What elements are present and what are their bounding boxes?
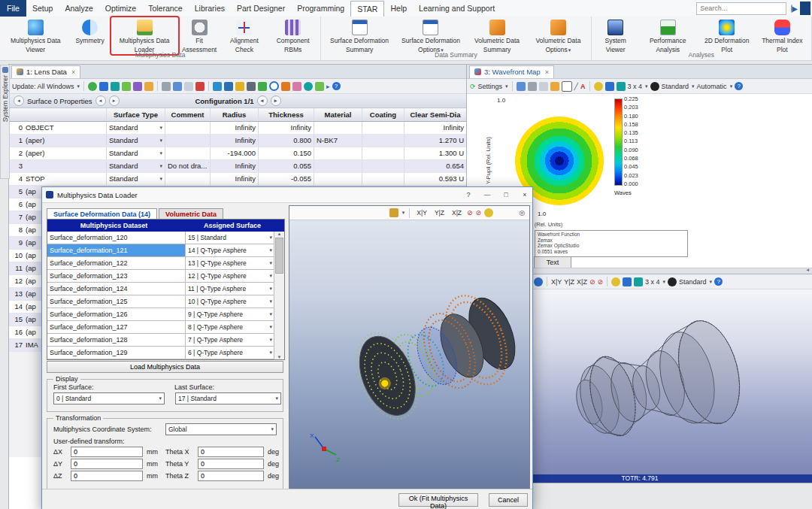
surface-type-dropdown[interactable]: Standard▾ <box>107 122 165 134</box>
dataset-name[interactable]: Surface_deformation_125 <box>47 295 186 308</box>
menu-learning-support[interactable]: Learning and Support <box>413 0 501 17</box>
radius-cell[interactable]: Infinity <box>211 173 259 185</box>
semidia-cell[interactable]: 0.654 <box>404 160 467 172</box>
help-icon[interactable]: ? <box>332 82 341 90</box>
assigned-surface-dropdown[interactable]: 6 | Q-Type Asphere▾ <box>186 347 274 359</box>
surface-type-dropdown[interactable]: Standard▾ <box>107 160 165 172</box>
refresh-icon[interactable]: ⟳ <box>470 83 476 90</box>
theta-y-input[interactable] <box>198 459 264 469</box>
scrollbar-thumb[interactable] <box>275 238 283 274</box>
performance-analysis-button[interactable]: Performance Analysis <box>638 17 698 54</box>
view-xz-button[interactable]: X|Z <box>577 278 587 286</box>
no-clip-icon[interactable]: ⊘ <box>589 278 595 286</box>
surface-properties-label[interactable]: Surface 0 Properties <box>27 97 92 105</box>
material-cell[interactable]: N-BK7 <box>314 135 362 147</box>
help-icon[interactable]: ? <box>735 82 743 90</box>
surface-cell[interactable]: 3 <box>9 160 107 172</box>
move-up-icon[interactable] <box>213 82 222 91</box>
layers-icon[interactable] <box>605 82 614 91</box>
volumetric-data-summary-button[interactable]: Volumetric Data Summary <box>466 17 528 54</box>
thickness-cell[interactable]: 0.055 <box>259 160 314 172</box>
dataset-name[interactable]: Surface_deformation_129 <box>47 347 186 359</box>
chart-icon[interactable] <box>144 82 153 91</box>
text-annotation-icon[interactable]: A <box>580 83 586 90</box>
cut-icon[interactable] <box>162 82 171 91</box>
orbit-icon[interactable] <box>534 277 543 286</box>
comment-cell[interactable] <box>165 135 211 147</box>
grid-layout-dropdown[interactable]: 3 x 4 <box>645 278 660 286</box>
dataset-row[interactable]: Surface_deformation_12213 | Q-Type Asphe… <box>47 257 274 270</box>
update-mode-dropdown[interactable]: Update: All Windows <box>12 83 74 90</box>
thickness-cell[interactable]: Infinity <box>259 122 314 134</box>
print-icon[interactable] <box>528 82 537 91</box>
target-icon[interactable]: ◎ <box>519 209 525 217</box>
stack-icon[interactable] <box>634 277 643 286</box>
dataset-name[interactable]: Surface_deformation_122 <box>47 257 186 269</box>
coating-cell[interactable] <box>362 122 404 134</box>
record-icon[interactable] <box>650 82 659 91</box>
material-cell[interactable] <box>314 160 362 172</box>
deformation-plot-2d-button[interactable]: 2D Deformation Plot <box>698 17 756 54</box>
pencil-icon[interactable] <box>550 82 559 91</box>
export-arrow-icon[interactable]: ▸ <box>326 83 330 90</box>
aperture-icon[interactable] <box>269 81 279 91</box>
axis-orientation-icon[interactable] <box>389 208 398 217</box>
collapse-chevron-icon[interactable]: ◂ <box>806 267 809 273</box>
crosshair-icon[interactable] <box>99 82 108 91</box>
standard-dropdown[interactable]: Standard <box>662 83 689 90</box>
menu-part-designer[interactable]: Part Designer <box>231 0 291 17</box>
table-row[interactable]: 0OBJECT Standard▾ Infinity Infinity Infi… <box>9 122 467 135</box>
dataset-row[interactable]: Surface_deformation_1269 | Q-Type Aspher… <box>47 308 274 321</box>
chevron-left-icon[interactable]: ◂ <box>14 95 24 106</box>
lock-icon[interactable] <box>235 82 244 91</box>
coating-cell[interactable] <box>362 160 404 172</box>
assigned-surface-dropdown[interactable]: 14 | Q-Type Asphere▾ <box>186 244 274 256</box>
copy-icon[interactable] <box>539 82 548 91</box>
stack-icon[interactable] <box>617 82 626 91</box>
delta-z-input[interactable] <box>71 471 143 481</box>
system-explorer-tab[interactable]: System Explorer <box>0 65 10 179</box>
thickness-cell[interactable]: 0.800 <box>259 135 314 147</box>
surface-type-dropdown[interactable]: Standard▾ <box>107 173 165 185</box>
table-row[interactable]: 2(aper) Standard▾ -194.000 0.150 1.300 U <box>9 147 467 160</box>
refresh-icon[interactable] <box>88 82 97 91</box>
search-input[interactable] <box>697 5 791 12</box>
menu-tolerance[interactable]: Tolerance <box>142 0 189 17</box>
thermal-index-plot-button[interactable]: Thermal Index Plot <box>756 17 809 54</box>
lightbulb-icon[interactable] <box>484 208 493 217</box>
assigned-surface-dropdown[interactable]: 12 | Q-Type Asphere▾ <box>186 270 274 282</box>
material-cell[interactable] <box>314 122 362 134</box>
multiphysics-data-viewer-button[interactable]: Multiphysics Data Viewer <box>2 17 69 54</box>
record-icon[interactable] <box>668 277 677 286</box>
menu-optimize[interactable]: Optimize <box>99 0 142 17</box>
assigned-surface-dropdown[interactable]: 15 | Standard▾ <box>186 232 274 244</box>
close-icon[interactable]: × <box>71 68 75 76</box>
delta-y-input[interactable] <box>71 459 143 469</box>
dataset-row[interactable]: Surface_deformation_12312 | Q-Type Asphe… <box>47 270 274 283</box>
theta-z-input[interactable] <box>198 471 264 481</box>
table-row[interactable]: 4STOP Standard▾ Infinity -0.055 0.593 U <box>9 173 467 186</box>
view-yz-button[interactable]: Y|Z <box>564 278 574 286</box>
standard-dropdown[interactable]: Standard <box>679 278 707 286</box>
assigned-surface-dropdown[interactable]: 11 | Q-Type Asphere▾ <box>186 283 274 295</box>
semidia-cell[interactable]: 0.593 U <box>404 173 467 185</box>
layers-icon[interactable] <box>623 277 632 286</box>
grid-icon[interactable] <box>315 82 324 91</box>
assigned-surface-dropdown[interactable]: 9 | Q-Type Asphere▾ <box>186 308 274 320</box>
view-xy-button[interactable]: X|Y <box>414 208 429 217</box>
maximize-button[interactable]: □ <box>498 188 514 202</box>
minimize-button[interactable]: — <box>480 188 495 202</box>
dialog-title-bar[interactable]: Multiphysics Data Loader ? — □ × <box>42 187 532 203</box>
radius-cell[interactable]: -194.000 <box>211 147 259 159</box>
line-icon[interactable]: ╱ <box>574 83 578 90</box>
dataset-row[interactable]: Surface_deformation_12015 | Standard▾ <box>47 232 274 244</box>
menu-star[interactable]: STAR <box>350 1 384 17</box>
wand-icon[interactable] <box>133 82 142 91</box>
dataset-row[interactable]: Surface_deformation_12510 | Q-Type Asphe… <box>47 295 274 308</box>
surface-cell[interactable]: 2(aper) <box>9 147 107 159</box>
menu-setup[interactable]: Setup <box>26 0 59 17</box>
assigned-surface-dropdown[interactable]: 13 | Q-Type Asphere▾ <box>186 257 274 269</box>
delta-x-input[interactable] <box>71 447 143 457</box>
thickness-cell[interactable]: 0.150 <box>259 147 314 159</box>
surface-type-dropdown[interactable]: Standard▾ <box>107 135 165 147</box>
